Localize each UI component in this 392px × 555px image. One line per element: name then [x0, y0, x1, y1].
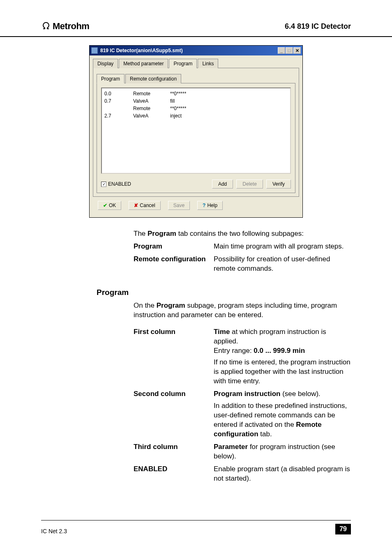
- prog-instruction: Remote: [133, 90, 158, 97]
- definition-row: Third column Parameter for program instr…: [134, 442, 351, 461]
- page-number: 79: [335, 524, 351, 534]
- subtab-program[interactable]: Program: [97, 74, 125, 83]
- def-value: Main time program with all program steps…: [214, 242, 351, 251]
- def-value: Time at which program instruction is app…: [214, 327, 351, 387]
- definition-row: Remote configuration Possibility for cre…: [134, 255, 351, 274]
- checkbox-icon: ✓: [101, 182, 106, 187]
- t: at which program instruction is applied.: [214, 328, 326, 345]
- prog-param: inject: [170, 112, 203, 120]
- def-term: ENABLED: [134, 465, 214, 484]
- delete-button: Delete: [236, 180, 263, 189]
- program-row[interactable]: Remote **0*****: [104, 105, 288, 112]
- prog-instruction: Remote: [133, 105, 158, 112]
- dialog-body: Display Method parameter Program Links P…: [90, 55, 302, 217]
- x-icon: ✘: [134, 203, 138, 208]
- subtab-remote-configuration[interactable]: Remote configuration: [125, 74, 181, 83]
- add-button[interactable]: Add: [212, 180, 233, 189]
- outer-tabstrip: Display Method parameter Program Links: [93, 59, 299, 68]
- prog-time: 2.7: [104, 112, 121, 120]
- save-button: Save: [168, 201, 190, 210]
- p1b: Program: [157, 302, 185, 309]
- page-footer: IC Net 2.3 79: [41, 520, 351, 534]
- intro-text: The: [134, 230, 148, 237]
- t: In addition to these predefined instruct…: [214, 402, 347, 428]
- def-value: Program instruction (see below). In addi…: [214, 389, 351, 439]
- section-reference: 6.4 819 IC Detector: [285, 22, 351, 31]
- prog-time: 0.0: [104, 90, 121, 97]
- t: Entry range:: [214, 347, 254, 355]
- definition-row: Program Main time program with all progr…: [134, 242, 351, 251]
- check-icon: ✔: [103, 203, 107, 208]
- intro-text-2: tab contains the two following subpages:: [176, 230, 304, 237]
- window-title: 819 IC Detector(anion\ASupp5.smt): [100, 48, 278, 53]
- window-controls: _ □ ✕: [278, 47, 301, 54]
- prog-instruction: ValveA: [133, 97, 158, 105]
- def-value: Parameter for program instruction (see b…: [214, 442, 351, 461]
- t: Program instruction: [214, 390, 280, 398]
- t: Parameter: [214, 443, 248, 451]
- save-label: Save: [173, 203, 184, 208]
- close-icon[interactable]: ✕: [293, 47, 301, 54]
- def-term: Program: [134, 242, 214, 251]
- def-term: Third column: [134, 442, 214, 461]
- help-button[interactable]: ? Help: [197, 201, 223, 210]
- program-controls-row: ✓ ENABLED Add Delete Verify: [101, 180, 291, 189]
- program-row[interactable]: 0.7 ValveA fill: [104, 97, 288, 105]
- brand-logo: Metrohm: [41, 21, 89, 32]
- dialog-footer-buttons: ✔ OK ✘ Cancel Save ? Help: [93, 197, 299, 214]
- program-row[interactable]: 0.0 Remote **0*****: [104, 90, 288, 97]
- prog-instruction: ValveA: [133, 112, 158, 120]
- def-term: Remote configuration: [134, 255, 214, 274]
- maximize-icon: □: [286, 47, 293, 54]
- page-header: Metrohm 6.4 819 IC Detector: [0, 0, 392, 37]
- help-label: Help: [207, 203, 217, 208]
- inner-tab-content: 0.0 Remote **0***** 0.7 ValveA fill Remo…: [97, 83, 295, 193]
- titlebar: 819 IC Detector(anion\ASupp5.smt) _ □ ✕: [90, 46, 302, 55]
- enabled-label: ENABLED: [108, 181, 131, 187]
- tab-links[interactable]: Links: [198, 59, 218, 68]
- cancel-button[interactable]: ✘ Cancel: [129, 201, 160, 210]
- tab-program[interactable]: Program: [169, 59, 197, 68]
- dialog-window: 819 IC Detector(anion\ASupp5.smt) _ □ ✕ …: [89, 45, 303, 218]
- tab-method-parameter[interactable]: Method parameter: [119, 59, 168, 68]
- definition-row: First column Time at which program instr…: [134, 327, 351, 387]
- tab-display[interactable]: Display: [93, 59, 118, 68]
- def-term: Second column: [134, 389, 214, 439]
- intro-paragraph-block: The Program tab contains the two followi…: [134, 229, 351, 274]
- prog-time: 0.7: [104, 97, 121, 105]
- ok-button[interactable]: ✔ OK: [98, 201, 121, 210]
- window-app-icon: [91, 47, 98, 54]
- outer-tab-content: Program Remote configuration 0.0 Remote …: [93, 68, 299, 197]
- program-heading: Program: [97, 288, 392, 297]
- prog-param: **0*****: [170, 90, 203, 97]
- definition-row: Second column Program instruction (see b…: [134, 389, 351, 439]
- prog-param: **0*****: [170, 105, 203, 112]
- program-row[interactable]: 2.7 ValveA inject: [104, 112, 288, 120]
- enabled-checkbox[interactable]: ✓ ENABLED: [101, 181, 131, 187]
- intro-paragraph: The Program tab contains the two followi…: [134, 229, 351, 239]
- def-term: First column: [134, 327, 214, 387]
- t: If no time is entered, the program instr…: [214, 358, 351, 386]
- t: (see below).: [280, 390, 320, 398]
- program-intro: On the Program subpage, program steps in…: [134, 301, 351, 320]
- prog-time: [104, 105, 121, 112]
- minimize-icon[interactable]: _: [278, 47, 285, 54]
- t: Time: [214, 328, 230, 336]
- definition-row: ENABLED Enable program start (a disabled…: [134, 465, 351, 484]
- t: 0.0 ... 999.9 min: [254, 347, 305, 355]
- def-value: Enable program start (a disabled program…: [214, 465, 351, 484]
- dialog-screenshot: 819 IC Detector(anion\ASupp5.smt) _ □ ✕ …: [89, 45, 303, 218]
- brand-name: Metrohm: [53, 21, 89, 32]
- footer-doc-title: IC Net 2.3: [41, 528, 67, 534]
- intro-bold: Program: [148, 230, 176, 237]
- question-icon: ?: [203, 203, 205, 208]
- brand-omega-icon: [41, 21, 51, 32]
- prog-param: fill: [170, 97, 203, 105]
- program-step-list[interactable]: 0.0 Remote **0***** 0.7 ValveA fill Remo…: [101, 88, 291, 174]
- ok-label: OK: [109, 203, 116, 208]
- column-definitions: First column Time at which program instr…: [134, 327, 351, 484]
- inner-tabstrip: Program Remote configuration: [97, 74, 295, 83]
- p1: On the: [134, 302, 157, 309]
- t: tab.: [258, 430, 272, 438]
- verify-button[interactable]: Verify: [266, 180, 291, 189]
